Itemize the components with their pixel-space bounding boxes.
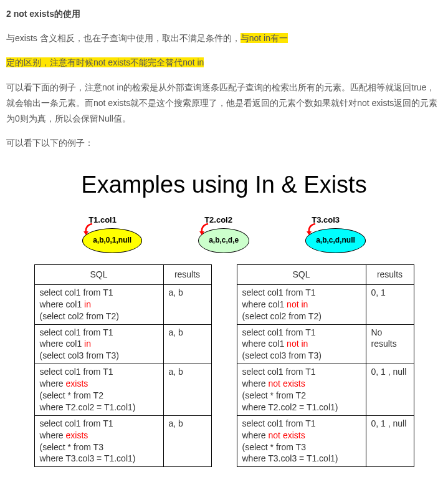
sql-cell: select col1 from T1 where col1 in (selec… xyxy=(34,324,163,364)
col-t1: T1.col1 a,b,0,1,null xyxy=(82,213,142,253)
result-cell: No results xyxy=(366,324,414,364)
table-header-row: SQL results xyxy=(34,264,211,284)
th-sql: SQL xyxy=(237,264,366,284)
sql-line: where xyxy=(242,379,269,388)
paragraph-1: 与exists 含义相反，也在子查询中使用，取出不满足条件的，与not in有一 xyxy=(6,31,442,46)
sql-keyword: in xyxy=(84,299,91,309)
table-header-row: SQL results xyxy=(237,264,414,284)
sql-line: where col1 xyxy=(40,339,85,349)
result-cell: a, b xyxy=(163,324,211,364)
result-cell: 0, 1 , null xyxy=(366,415,414,467)
table-row: select col1 from T1 where col1 in (selec… xyxy=(34,284,211,324)
sql-keyword: not in xyxy=(287,339,308,349)
sql-keyword: not in xyxy=(287,299,308,309)
sql-line: where col1 xyxy=(40,299,85,309)
table-row: select col1 from T1 where exists (select… xyxy=(34,364,211,416)
sql-line: select col1 from T1 xyxy=(40,327,113,337)
arrow-icon xyxy=(305,223,318,238)
sql-line: (select * from T2 xyxy=(242,390,306,400)
sql-line: select col1 from T1 xyxy=(242,418,316,428)
sql-line: select col1 from T1 xyxy=(242,287,316,297)
section-heading: 2 not exists的使用 xyxy=(6,6,442,22)
table-row: select col1 from T1 where not exists (se… xyxy=(237,415,414,467)
sql-line: (select col3 from T3) xyxy=(242,350,322,360)
result-cell: 0, 1 xyxy=(366,284,414,324)
sql-line: select col1 from T1 xyxy=(242,367,316,377)
col-t3: T3.col3 a,b,c,d,null xyxy=(305,213,366,253)
sql-keyword: exists xyxy=(66,430,88,440)
sql-line: where col1 xyxy=(242,339,287,349)
th-sql: SQL xyxy=(34,264,163,284)
arrow-icon xyxy=(198,223,211,238)
sql-line: where T2.col2 = T1.col1) xyxy=(40,402,136,412)
p1-text: 与exists 含义相反，也在子查询中使用，取出不满足条件的， xyxy=(6,33,241,43)
sql-cell: select col1 from T1 where not exists (se… xyxy=(237,364,366,416)
sql-keyword: exists xyxy=(66,379,88,388)
sql-tables: SQL results select col1 from T1 where co… xyxy=(6,264,442,468)
sql-line: where T3.col3 = T1.col1) xyxy=(242,453,338,463)
sql-line: where xyxy=(40,430,66,440)
sql-line: select col1 from T1 xyxy=(40,367,113,377)
result-cell: a, b xyxy=(163,415,211,467)
sql-line: select col1 from T1 xyxy=(242,327,316,337)
table-row: select col1 from T1 where col1 not in (s… xyxy=(237,284,414,324)
diagram-title: Examples using In & Exists xyxy=(6,163,442,206)
sql-cell: select col1 from T1 where not exists (se… xyxy=(237,415,366,467)
sql-line: where T2.col2 = T1.col1) xyxy=(242,402,338,412)
col-t2: T2.col2 a,b,c,d,e xyxy=(198,213,249,253)
sql-line: where col1 xyxy=(242,299,287,309)
paragraph-2: 可以看下面的例子，注意not in的检索是从外部查询逐条匹配子查询的检索出所有的… xyxy=(6,80,442,127)
th-results: results xyxy=(163,264,211,284)
right-sql-table: SQL results select col1 from T1 where co… xyxy=(237,264,414,468)
sql-line: (select col2 from T2) xyxy=(40,311,119,321)
sql-line: (select * from T3 xyxy=(242,442,306,452)
left-sql-table: SQL results select col1 from T1 where co… xyxy=(34,264,212,468)
sql-line: (select col2 from T2) xyxy=(242,311,322,321)
sql-line: where xyxy=(40,379,66,388)
result-cell: a, b xyxy=(163,284,211,324)
highlight-1: 与not in有一 xyxy=(241,33,288,43)
sql-cell: select col1 from T1 where exists (select… xyxy=(34,415,163,467)
sql-keyword: not exists xyxy=(269,430,305,440)
sql-cell: select col1 from T1 where col1 not in (s… xyxy=(237,324,366,364)
examples-diagram: Examples using In & Exists T1.col1 a,b,0… xyxy=(6,163,442,467)
sql-line: (select col3 from T3) xyxy=(40,350,119,360)
sql-cell: select col1 from T1 where col1 not in (s… xyxy=(237,284,366,324)
table-row: select col1 from T1 where col1 not in (s… xyxy=(237,324,414,364)
table-row: select col1 from T1 where col1 in (selec… xyxy=(34,324,211,364)
arrow-icon xyxy=(82,223,95,238)
sql-line: (select * from T3 xyxy=(40,442,103,452)
sql-keyword: in xyxy=(84,339,91,349)
th-results: results xyxy=(366,264,414,284)
sql-line: where T3.col3 = T1.col1) xyxy=(40,453,136,463)
sql-cell: select col1 from T1 where exists (select… xyxy=(34,364,163,416)
column-definitions: T1.col1 a,b,0,1,null T2.col2 a,b,c,d,e T… xyxy=(6,213,442,253)
highlight-2: 定的区别，注意有时候not exists不能完全替代not in xyxy=(6,57,204,67)
sql-line: where xyxy=(242,430,269,440)
result-cell: a, b xyxy=(163,364,211,416)
paragraph-1b: 定的区别，注意有时候not exists不能完全替代not in xyxy=(6,55,442,70)
sql-line: select col1 from T1 xyxy=(40,287,113,297)
result-cell: 0, 1 , null xyxy=(366,364,414,416)
sql-cell: select col1 from T1 where col1 in (selec… xyxy=(34,284,163,324)
paragraph-3: 可以看下以下的例子： xyxy=(6,135,442,151)
sql-keyword: not exists xyxy=(269,379,305,388)
sql-line: select col1 from T1 xyxy=(40,418,113,428)
table-row: select col1 from T1 where not exists (se… xyxy=(237,364,414,416)
table-row: select col1 from T1 where exists (select… xyxy=(34,415,211,467)
sql-line: (select * from T2 xyxy=(40,390,103,400)
